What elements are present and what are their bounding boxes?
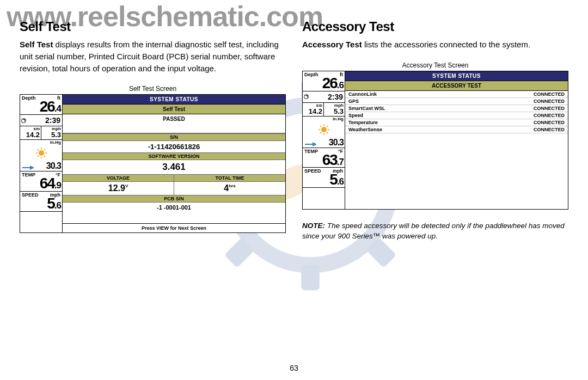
left-column: Self Test Self Test displays results fro… — [20, 19, 286, 242]
accessory-test-description: Accessory Test lists the accessories con… — [302, 39, 568, 51]
svg-rect-2 — [301, 265, 320, 290]
svg-line-16 — [38, 156, 39, 157]
svg-line-14 — [38, 149, 39, 150]
accessory-row: TemperatureCONNECTED — [345, 119, 568, 126]
accessory-row: CannonLinkCONNECTED — [345, 91, 568, 98]
accessory-test-panel: SYSTEM STATUS ACCESSORY TEST CannonLinkC… — [345, 71, 568, 209]
svg-line-27 — [327, 126, 328, 127]
svg-point-19 — [321, 127, 327, 132]
sidebar-left: Depthft 26.4 2:39 sm mph 14.2 5.3 — [20, 95, 63, 232]
svg-marker-18 — [22, 166, 34, 170]
svg-point-9 — [39, 150, 44, 156]
sidebar-right: Depthft 26.6 2:39 sm mph 14.2 5.3 — [303, 71, 345, 209]
accessory-row: SpeedCONNECTED — [345, 112, 568, 119]
sun-icon — [35, 147, 47, 159]
accessory-row: GPSCONNECTED — [345, 98, 568, 105]
accessory-row: SmartCast WSLCONNECTED — [345, 105, 568, 112]
arrow-icon — [304, 141, 317, 148]
svg-line-24 — [320, 126, 321, 127]
self-test-panel: SYSTEM STATUS Self Test PASSED S/N -1-11… — [63, 95, 285, 232]
svg-line-17 — [44, 149, 45, 150]
page-number: 63 — [0, 364, 588, 372]
self-test-description: Self Test displays results from the inte… — [20, 39, 286, 74]
clock-icon — [304, 94, 309, 99]
accessory-row: WeatherSenseCONNECTED — [345, 126, 568, 133]
accessory-test-screen: Depthft 26.6 2:39 sm mph 14.2 5.3 — [302, 71, 568, 210]
clock-icon — [21, 118, 26, 123]
right-column: Accessory Test Accessory Test lists the … — [302, 19, 568, 242]
sun-icon — [318, 124, 330, 136]
svg-line-25 — [327, 132, 328, 133]
svg-line-15 — [44, 156, 45, 157]
self-test-heading: Self Test — [20, 19, 286, 34]
self-test-caption: Self Test Screen — [20, 85, 286, 93]
arrow-icon — [21, 164, 34, 171]
svg-line-26 — [320, 132, 321, 133]
note-text: NOTE: The speed accessory will be detect… — [302, 220, 568, 242]
accessory-test-heading: Accessory Test — [302, 19, 568, 34]
accessory-test-caption: Accessory Test Screen — [302, 62, 568, 69]
self-test-screen: Depthft 26.4 2:39 sm mph 14.2 5.3 — [20, 94, 286, 233]
svg-marker-28 — [305, 142, 317, 146]
